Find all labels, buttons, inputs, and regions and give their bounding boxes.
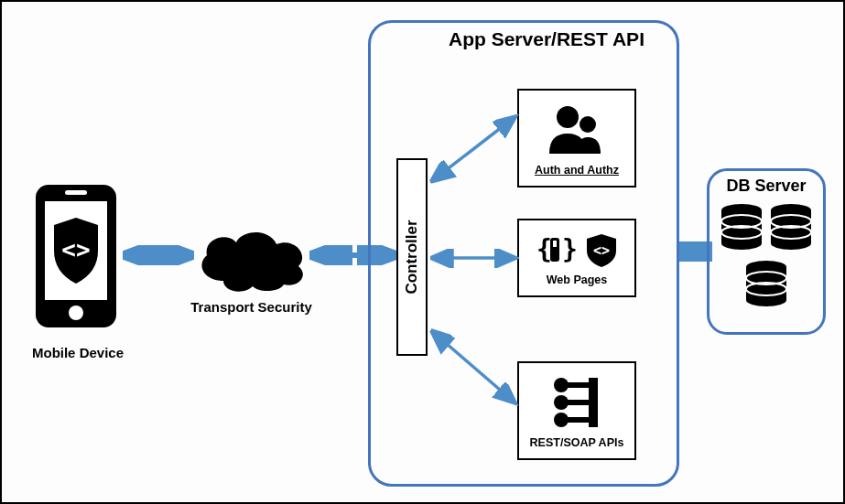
svg-text:<>: <> [61,236,90,263]
svg-point-8 [557,106,579,128]
db-server-container: DB Server [707,168,826,335]
people-icon [546,102,608,157]
svg-rect-17 [567,382,590,388]
svg-text:{: { [536,234,552,264]
svg-rect-21 [567,417,590,423]
arrow-controller-api [428,325,519,409]
cloud-icon [192,224,311,294]
code-braces-icon: { } [534,231,576,269]
mobile-device-label: Mobile Device [18,345,137,360]
svg-text:<>: <> [593,242,610,259]
api-connector-icon [545,374,609,431]
transport-security-label: Transport Security [185,299,318,315]
api-label: REST/SOAP APIs [523,436,631,449]
arrow-controller-auth [428,107,519,186]
arrow-controller-web [428,248,519,268]
svg-point-18 [554,395,569,410]
web-pages-box: { } <> Web Pages [517,219,636,297]
arrow-mobile-cloud [123,245,194,265]
svg-line-22 [433,118,514,180]
svg-rect-19 [567,400,590,405]
svg-line-24 [433,332,514,402]
svg-point-2 [69,306,83,320]
controller-label: Controller [403,220,421,294]
db-server-title: DB Server [710,177,823,196]
svg-text:}: } [562,234,576,264]
svg-rect-3 [65,190,87,195]
svg-point-20 [554,413,569,427]
svg-rect-12 [553,241,557,247]
app-server-container: App Server/REST API Controller Auth and … [368,20,679,487]
svg-point-16 [554,378,569,392]
web-pages-label: Web Pages [523,273,631,286]
shield-code-icon: <> [583,231,620,269]
auth-label: Auth and Authz [523,164,631,177]
database-stack-icon [712,198,820,322]
mobile-device-icon: <> [34,183,121,329]
svg-point-9 [580,116,596,133]
controller-box: Controller [396,158,428,356]
app-server-title: App Server/REST API [426,28,667,50]
api-box: REST/SOAP APIs [517,361,636,460]
auth-box: Auth and Authz [517,89,636,188]
